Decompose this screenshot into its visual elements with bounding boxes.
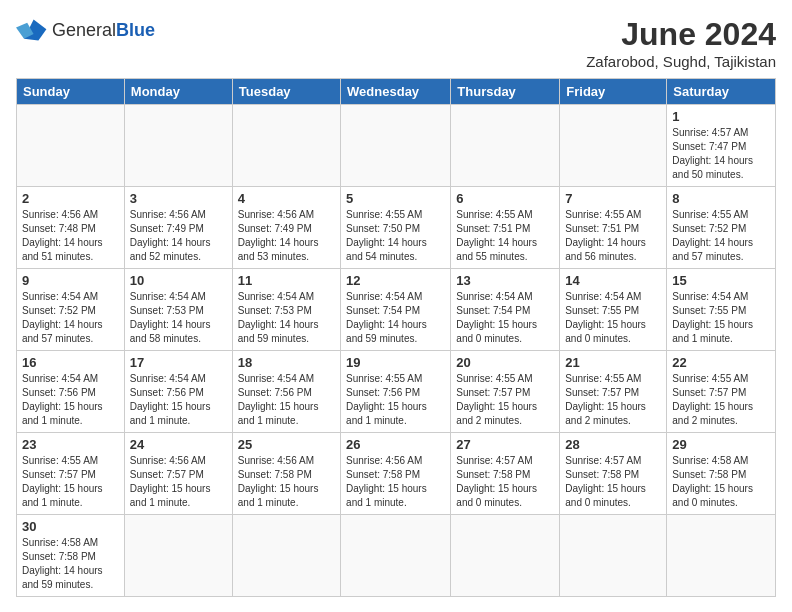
calendar-cell xyxy=(232,105,340,187)
day-number: 9 xyxy=(22,273,119,288)
day-number: 14 xyxy=(565,273,661,288)
day-number: 1 xyxy=(672,109,770,124)
header-day-thursday: Thursday xyxy=(451,79,560,105)
calendar-cell: 26Sunrise: 4:56 AM Sunset: 7:58 PM Dayli… xyxy=(341,433,451,515)
day-info: Sunrise: 4:55 AM Sunset: 7:52 PM Dayligh… xyxy=(672,208,770,264)
header-day-friday: Friday xyxy=(560,79,667,105)
day-info: Sunrise: 4:57 AM Sunset: 7:58 PM Dayligh… xyxy=(456,454,554,510)
day-info: Sunrise: 4:55 AM Sunset: 7:57 PM Dayligh… xyxy=(565,372,661,428)
calendar-cell xyxy=(451,105,560,187)
day-number: 30 xyxy=(22,519,119,534)
header-day-wednesday: Wednesday xyxy=(341,79,451,105)
day-number: 15 xyxy=(672,273,770,288)
calendar-cell xyxy=(341,105,451,187)
header-day-monday: Monday xyxy=(124,79,232,105)
day-info: Sunrise: 4:55 AM Sunset: 7:57 PM Dayligh… xyxy=(672,372,770,428)
calendar-cell xyxy=(560,105,667,187)
calendar-cell: 6Sunrise: 4:55 AM Sunset: 7:51 PM Daylig… xyxy=(451,187,560,269)
calendar-cell: 5Sunrise: 4:55 AM Sunset: 7:50 PM Daylig… xyxy=(341,187,451,269)
title-block: June 2024 Zafarobod, Sughd, Tajikistan xyxy=(586,16,776,70)
day-info: Sunrise: 4:55 AM Sunset: 7:57 PM Dayligh… xyxy=(22,454,119,510)
logo-text: GeneralBlue xyxy=(52,20,155,41)
day-number: 12 xyxy=(346,273,445,288)
calendar-cell: 4Sunrise: 4:56 AM Sunset: 7:49 PM Daylig… xyxy=(232,187,340,269)
day-info: Sunrise: 4:58 AM Sunset: 7:58 PM Dayligh… xyxy=(22,536,119,592)
day-number: 24 xyxy=(130,437,227,452)
day-info: Sunrise: 4:55 AM Sunset: 7:57 PM Dayligh… xyxy=(456,372,554,428)
header-day-saturday: Saturday xyxy=(667,79,776,105)
calendar-week-row: 1Sunrise: 4:57 AM Sunset: 7:47 PM Daylig… xyxy=(17,105,776,187)
calendar-cell: 23Sunrise: 4:55 AM Sunset: 7:57 PM Dayli… xyxy=(17,433,125,515)
day-info: Sunrise: 4:54 AM Sunset: 7:54 PM Dayligh… xyxy=(456,290,554,346)
day-number: 26 xyxy=(346,437,445,452)
logo: GeneralBlue xyxy=(16,16,155,44)
calendar-cell: 1Sunrise: 4:57 AM Sunset: 7:47 PM Daylig… xyxy=(667,105,776,187)
day-number: 8 xyxy=(672,191,770,206)
calendar-week-row: 9Sunrise: 4:54 AM Sunset: 7:52 PM Daylig… xyxy=(17,269,776,351)
day-number: 6 xyxy=(456,191,554,206)
day-info: Sunrise: 4:54 AM Sunset: 7:53 PM Dayligh… xyxy=(130,290,227,346)
calendar-cell: 2Sunrise: 4:56 AM Sunset: 7:48 PM Daylig… xyxy=(17,187,125,269)
day-number: 22 xyxy=(672,355,770,370)
calendar-cell: 14Sunrise: 4:54 AM Sunset: 7:55 PM Dayli… xyxy=(560,269,667,351)
calendar-cell: 16Sunrise: 4:54 AM Sunset: 7:56 PM Dayli… xyxy=(17,351,125,433)
calendar-cell: 12Sunrise: 4:54 AM Sunset: 7:54 PM Dayli… xyxy=(341,269,451,351)
day-info: Sunrise: 4:54 AM Sunset: 7:56 PM Dayligh… xyxy=(238,372,335,428)
day-info: Sunrise: 4:56 AM Sunset: 7:48 PM Dayligh… xyxy=(22,208,119,264)
calendar-cell: 21Sunrise: 4:55 AM Sunset: 7:57 PM Dayli… xyxy=(560,351,667,433)
day-info: Sunrise: 4:55 AM Sunset: 7:51 PM Dayligh… xyxy=(565,208,661,264)
calendar-title: June 2024 xyxy=(586,16,776,53)
calendar-cell: 11Sunrise: 4:54 AM Sunset: 7:53 PM Dayli… xyxy=(232,269,340,351)
day-number: 2 xyxy=(22,191,119,206)
day-number: 28 xyxy=(565,437,661,452)
day-number: 17 xyxy=(130,355,227,370)
calendar-cell xyxy=(124,105,232,187)
header: GeneralBlue June 2024 Zafarobod, Sughd, … xyxy=(16,16,776,70)
calendar-week-row: 2Sunrise: 4:56 AM Sunset: 7:48 PM Daylig… xyxy=(17,187,776,269)
day-number: 5 xyxy=(346,191,445,206)
calendar-cell: 27Sunrise: 4:57 AM Sunset: 7:58 PM Dayli… xyxy=(451,433,560,515)
calendar-cell: 29Sunrise: 4:58 AM Sunset: 7:58 PM Dayli… xyxy=(667,433,776,515)
day-number: 29 xyxy=(672,437,770,452)
day-info: Sunrise: 4:58 AM Sunset: 7:58 PM Dayligh… xyxy=(672,454,770,510)
day-info: Sunrise: 4:55 AM Sunset: 7:56 PM Dayligh… xyxy=(346,372,445,428)
calendar-cell: 24Sunrise: 4:56 AM Sunset: 7:57 PM Dayli… xyxy=(124,433,232,515)
calendar-cell: 18Sunrise: 4:54 AM Sunset: 7:56 PM Dayli… xyxy=(232,351,340,433)
day-number: 18 xyxy=(238,355,335,370)
calendar-cell: 17Sunrise: 4:54 AM Sunset: 7:56 PM Dayli… xyxy=(124,351,232,433)
day-info: Sunrise: 4:54 AM Sunset: 7:56 PM Dayligh… xyxy=(130,372,227,428)
day-info: Sunrise: 4:57 AM Sunset: 7:58 PM Dayligh… xyxy=(565,454,661,510)
day-info: Sunrise: 4:57 AM Sunset: 7:47 PM Dayligh… xyxy=(672,126,770,182)
day-number: 7 xyxy=(565,191,661,206)
calendar-cell xyxy=(560,515,667,597)
calendar-cell: 3Sunrise: 4:56 AM Sunset: 7:49 PM Daylig… xyxy=(124,187,232,269)
day-number: 20 xyxy=(456,355,554,370)
day-info: Sunrise: 4:56 AM Sunset: 7:49 PM Dayligh… xyxy=(238,208,335,264)
calendar-cell: 10Sunrise: 4:54 AM Sunset: 7:53 PM Dayli… xyxy=(124,269,232,351)
calendar-cell: 28Sunrise: 4:57 AM Sunset: 7:58 PM Dayli… xyxy=(560,433,667,515)
day-info: Sunrise: 4:56 AM Sunset: 7:49 PM Dayligh… xyxy=(130,208,227,264)
calendar-cell: 9Sunrise: 4:54 AM Sunset: 7:52 PM Daylig… xyxy=(17,269,125,351)
day-info: Sunrise: 4:55 AM Sunset: 7:51 PM Dayligh… xyxy=(456,208,554,264)
calendar-cell: 15Sunrise: 4:54 AM Sunset: 7:55 PM Dayli… xyxy=(667,269,776,351)
calendar-cell xyxy=(667,515,776,597)
day-info: Sunrise: 4:54 AM Sunset: 7:56 PM Dayligh… xyxy=(22,372,119,428)
calendar-subtitle: Zafarobod, Sughd, Tajikistan xyxy=(586,53,776,70)
day-info: Sunrise: 4:56 AM Sunset: 7:58 PM Dayligh… xyxy=(346,454,445,510)
day-info: Sunrise: 4:54 AM Sunset: 7:55 PM Dayligh… xyxy=(565,290,661,346)
day-number: 16 xyxy=(22,355,119,370)
day-info: Sunrise: 4:54 AM Sunset: 7:53 PM Dayligh… xyxy=(238,290,335,346)
calendar-cell: 20Sunrise: 4:55 AM Sunset: 7:57 PM Dayli… xyxy=(451,351,560,433)
calendar-cell: 7Sunrise: 4:55 AM Sunset: 7:51 PM Daylig… xyxy=(560,187,667,269)
calendar-cell xyxy=(341,515,451,597)
calendar-week-row: 23Sunrise: 4:55 AM Sunset: 7:57 PM Dayli… xyxy=(17,433,776,515)
day-number: 3 xyxy=(130,191,227,206)
day-number: 11 xyxy=(238,273,335,288)
calendar-cell: 30Sunrise: 4:58 AM Sunset: 7:58 PM Dayli… xyxy=(17,515,125,597)
calendar-cell xyxy=(232,515,340,597)
calendar-cell: 13Sunrise: 4:54 AM Sunset: 7:54 PM Dayli… xyxy=(451,269,560,351)
calendar-week-row: 30Sunrise: 4:58 AM Sunset: 7:58 PM Dayli… xyxy=(17,515,776,597)
calendar-header-row: SundayMondayTuesdayWednesdayThursdayFrid… xyxy=(17,79,776,105)
day-info: Sunrise: 4:55 AM Sunset: 7:50 PM Dayligh… xyxy=(346,208,445,264)
calendar-cell: 8Sunrise: 4:55 AM Sunset: 7:52 PM Daylig… xyxy=(667,187,776,269)
